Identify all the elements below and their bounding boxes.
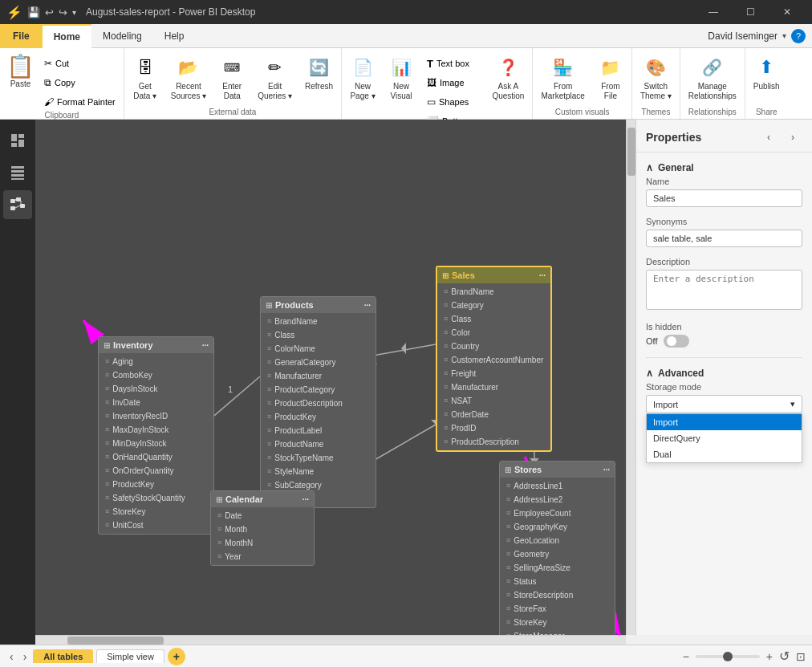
table-inventory[interactable]: ⊞Inventory ··· ≡Aging ≡ComboKey ≡DaysInS…: [98, 336, 214, 535]
properties-panel: Properties ‹ › ∧ General Name: [635, 120, 812, 635]
format-painter-button[interactable]: 🖌Format Painter: [39, 93, 120, 111]
paste-button[interactable]: 📋 Paste: [3, 51, 38, 90]
advanced-section-header[interactable]: ∧ Advanced: [646, 364, 802, 382]
table-sales[interactable]: ⊞Sales ··· ≡BrandName ≡Category ≡Class ≡…: [436, 266, 552, 452]
name-label: Name: [646, 177, 802, 186]
new-page-button[interactable]: 📄 NewPage ▾: [345, 51, 380, 106]
nav-table-view[interactable]: [3, 158, 32, 187]
name-field: Name: [646, 177, 802, 207]
copy-button[interactable]: ⧉Copy: [39, 74, 120, 92]
table-stores-header: ⊞Stores ···: [500, 462, 615, 478]
canvas-area[interactable]: 1 1 1: [35, 120, 626, 635]
table-inventory-fields: ≡Aging ≡ComboKey ≡DaysInStock ≡InvDate ≡…: [99, 353, 213, 534]
zoom-minus[interactable]: −: [683, 650, 689, 663]
table-products-fields: ≡BrandName ≡Class ≡ColorName ≡GeneralCat…: [261, 313, 376, 507]
tab-all-tables[interactable]: All tables: [33, 649, 93, 663]
option-import[interactable]: Import: [647, 414, 802, 430]
tab-help[interactable]: Help: [153, 24, 196, 48]
advanced-label: Advanced: [658, 368, 704, 379]
quick-access-undo[interactable]: ↩: [45, 6, 54, 18]
shapes-button[interactable]: ▭Shapes: [422, 93, 484, 111]
nav-model-view[interactable]: [3, 190, 32, 219]
scroll-thumb-h[interactable]: [67, 636, 164, 645]
tab-file[interactable]: File: [0, 24, 43, 48]
from-marketplace-button[interactable]: 🏪 FromMarketplace: [536, 51, 589, 106]
field-row: ≡OnHandQuantity: [99, 450, 213, 464]
refresh-button[interactable]: 🔄 Refresh: [300, 51, 338, 106]
image-button[interactable]: 🖼Image: [422, 74, 484, 92]
table-products[interactable]: ⊞Products ··· ≡BrandName ≡Class ≡ColorNa…: [260, 296, 376, 508]
table-products-menu[interactable]: ···: [364, 301, 371, 310]
storage-mode-label: Storage mode: [646, 382, 802, 392]
ask-question-button[interactable]: ❓ Ask AQuestion: [487, 51, 529, 106]
edit-queries-button[interactable]: ✏ EditQueries ▾: [253, 51, 297, 106]
field-row: ≡CustomerAccountNumber: [437, 353, 550, 367]
maximize-button[interactable]: ☐: [732, 0, 769, 24]
name-input[interactable]: [646, 189, 802, 207]
quick-access-redo[interactable]: ↪: [59, 6, 67, 18]
table-sales-fields: ≡BrandName ≡Category ≡Class ≡Color ≡Coun…: [437, 283, 550, 450]
synonyms-input[interactable]: [646, 230, 802, 247]
nav-report-view[interactable]: [3, 126, 32, 155]
from-file-button[interactable]: 📁 FromFile: [593, 51, 628, 106]
svg-line-12: [15, 199, 16, 201]
bottom-bar: ‹ › All tables Simple view + − + ↺ ⊡: [0, 645, 812, 667]
help-icon[interactable]: ?: [791, 29, 806, 43]
option-directquery[interactable]: DirectQuery: [647, 430, 802, 446]
quick-access-save[interactable]: 💾: [27, 6, 40, 18]
table-calendar-menu[interactable]: ···: [302, 495, 309, 504]
scroll-thumb-v[interactable]: [627, 128, 635, 176]
general-section-header[interactable]: ∧ General: [646, 159, 802, 177]
tab-simple-view[interactable]: Simple view: [96, 649, 164, 663]
description-textarea[interactable]: [646, 270, 802, 310]
field-row: ≡EmployeeCount: [500, 506, 615, 520]
page-nav-next[interactable]: ›: [20, 650, 30, 663]
quick-access-arrow[interactable]: ▾: [72, 8, 76, 17]
switch-theme-button[interactable]: 🎨 SwitchTheme ▾: [635, 51, 676, 106]
new-visual-button[interactable]: 📊 NewVisual: [384, 51, 419, 106]
zoom-reset[interactable]: ↺: [779, 649, 790, 664]
storage-mode-dropdown: Import ▾ Import DirectQuery Dual: [646, 395, 802, 413]
canvas-scrollbar-horizontal[interactable]: [35, 635, 626, 645]
storage-mode-select[interactable]: Import ▾: [646, 395, 802, 413]
properties-header: Properties ‹ ›: [636, 120, 812, 153]
description-label: Description: [646, 257, 802, 266]
field-row: ≡InventoryRecID: [99, 409, 213, 423]
field-row: ≡StoreDescription: [500, 588, 615, 602]
zoom-slider[interactable]: [696, 655, 760, 658]
table-calendar[interactable]: ⊞Calendar ··· ≡Date ≡Month ≡MonthN ≡Year: [210, 490, 315, 566]
tab-modeling[interactable]: Modeling: [91, 24, 153, 48]
table-sales-menu[interactable]: ···: [539, 271, 546, 280]
field-row: ≡GeographyKey: [500, 520, 615, 534]
recent-sources-button[interactable]: 📂 RecentSources ▾: [166, 51, 211, 106]
canvas-scrollbar-vertical[interactable]: [626, 120, 635, 635]
fit-page[interactable]: ⊡: [796, 650, 806, 663]
field-row: ≡NSAT: [437, 394, 550, 408]
text-box-button[interactable]: TText box: [422, 55, 484, 72]
get-data-button[interactable]: 🗄 GetData ▾: [128, 51, 163, 106]
close-button[interactable]: ✕: [769, 0, 806, 24]
page-nav-prev[interactable]: ‹: [6, 650, 17, 663]
minimize-button[interactable]: —: [695, 0, 732, 24]
is-hidden-toggle[interactable]: [664, 335, 689, 348]
option-dual[interactable]: Dual: [647, 446, 802, 462]
props-nav-next[interactable]: ›: [783, 128, 802, 147]
props-nav-prev[interactable]: ‹: [759, 128, 778, 147]
table-inventory-menu[interactable]: ···: [202, 341, 209, 350]
field-row: ≡StoreFax: [500, 602, 615, 616]
properties-nav: ‹ ›: [759, 128, 802, 147]
tab-home[interactable]: Home: [43, 24, 91, 48]
add-page-button[interactable]: +: [168, 648, 185, 665]
table-stores[interactable]: ⊞Stores ··· ≡AddressLine1 ≡AddressLine2 …: [499, 461, 615, 635]
field-row: ≡StoreManager: [500, 629, 615, 635]
table-stores-menu[interactable]: ···: [603, 466, 610, 474]
svg-rect-1: [18, 134, 24, 138]
user-chevron[interactable]: ▾: [782, 31, 786, 40]
enter-data-button[interactable]: ⌨ EnterData: [214, 51, 250, 106]
cut-button[interactable]: ✂Cut: [39, 55, 120, 72]
svg-rect-2: [11, 143, 17, 147]
manage-relationships-button[interactable]: 🔗 ManageRelationships: [684, 51, 741, 106]
zoom-plus[interactable]: +: [766, 650, 773, 663]
bottom-right: − + ↺ ⊡: [683, 649, 806, 664]
publish-button[interactable]: ⬆ Publish: [749, 51, 785, 106]
